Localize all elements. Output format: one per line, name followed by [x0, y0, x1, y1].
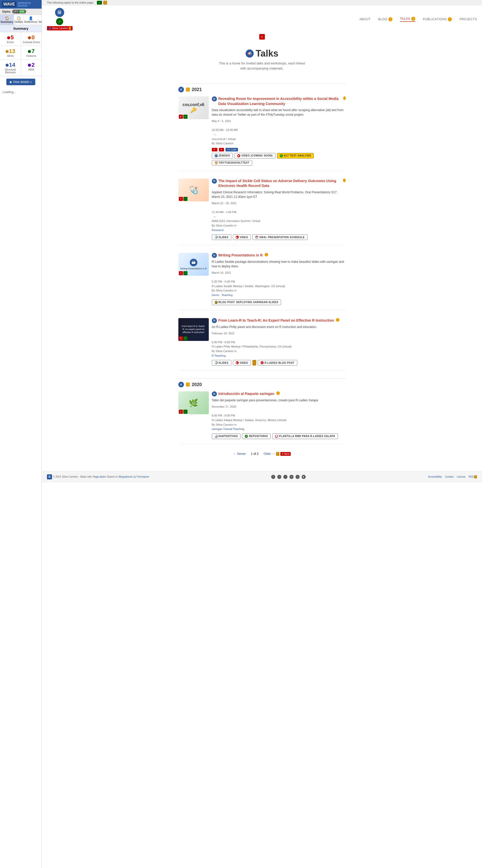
diap-icon: 📊 — [215, 435, 218, 438]
thumbnail-icons-writing: P ✓ — [179, 271, 187, 275]
talk-desc-learnr: An R-Ladies Philly panel and discussion … — [212, 325, 346, 329]
talks-icon: 📢 — [246, 50, 254, 58]
btn-video-csv[interactable]: ▶ VIDEO (COMING SOON) — [234, 153, 275, 158]
btn-alt-text[interactable]: A ALT TEXT ANALYSIS — [277, 153, 314, 158]
talk-venue-writing: R-Ladies Seattle Meetup / Seattle, Washi… — [212, 284, 346, 289]
twitter-icon[interactable]: 𝕏 — [271, 475, 275, 479]
category-link-sickle[interactable]: Research — [212, 228, 224, 231]
linkedin-icon[interactable]: in — [290, 475, 294, 479]
talk-badge-learnr: ! — [336, 318, 339, 322]
older-link[interactable]: Older → — [264, 452, 275, 456]
errors-label: Errors — [2, 41, 19, 43]
talk-info-learnr: H From Learn-R to Teach-R: An Expert Pan… — [212, 318, 346, 366]
footer-rss[interactable]: RSS — [469, 475, 474, 478]
tab-details[interactable]: 📋 Details — [14, 15, 24, 25]
zenodo-icon: Z — [215, 154, 218, 157]
talk-title-csv[interactable]: Revealing Room for Improvement in Access… — [218, 96, 341, 106]
hugo-link[interactable]: Hugo Apéro — [93, 475, 106, 478]
talk-title-sickle[interactable]: The Impact of Sickle Cell Status on Adve… — [218, 179, 341, 188]
formspree-link[interactable]: Formspree — [137, 475, 149, 478]
btn-video-sickle[interactable]: ▶ VIDEO — [233, 235, 251, 240]
wave-logo: WAVE — [2, 2, 16, 7]
talk-card-learnr: From learn-R to Teach-R: An expert panel… — [178, 318, 346, 371]
code-badge: </> Code — [225, 148, 238, 151]
topbar-text: The following apply to the entire page: — [47, 1, 94, 4]
topbar-wave-badges: ✓ ! — [97, 1, 107, 4]
btn-oral-schedule[interactable]: 📅 ORAL PRESENTATION SCHEDULE — [252, 235, 307, 240]
nav-projects[interactable]: PROJECTS — [459, 17, 477, 22]
talk-venue-learnr: R-Ladies Philly Meetup / Philadelphia, P… — [212, 344, 346, 349]
btn-video-learnr[interactable]: ▶ VIDEO — [233, 360, 251, 366]
view-details-button[interactable]: ▶ View details » — [6, 79, 35, 85]
year-2021-text: 2021 — [192, 87, 202, 92]
talk-title-xaringan[interactable]: Introducción al Paquete xaringan — [218, 392, 274, 397]
footer-contact[interactable]: Contact — [445, 475, 454, 478]
category-link-writing-demo[interactable]: Demo — [212, 293, 219, 297]
btn-slides-learnr[interactable]: 📊 SLIDES — [212, 360, 231, 366]
talk-info-writing: H Writing Presentations in R ! R-Ladies … — [212, 253, 346, 305]
talk-title-writing[interactable]: Writing Presentations in R — [218, 253, 263, 258]
errors-stat: 5 Errors — [0, 32, 21, 45]
btn-diapositivas[interactable]: 📊 DIAPOSITIVAS — [212, 433, 241, 439]
btn-rladies-blog[interactable]: R R-LADIES BLOG POST — [258, 360, 297, 366]
talk-desc-sickle: Applied Clinical Research Informatics: S… — [212, 190, 346, 199]
talk-title-row-csv: H Revealing Room for Improvement in Acce… — [212, 96, 346, 106]
page-info: 1 of 2 — [251, 452, 259, 456]
talk-desc-csv: Data visualization accessibility talk to… — [212, 108, 346, 117]
nav-talks[interactable]: TALKS ! — [400, 17, 415, 22]
talk-info-csv: H Revealing Room for Improvement in Acce… — [212, 96, 346, 166]
webaim-link[interactable]: WebAIM — [18, 4, 27, 7]
footer-accessibility[interactable]: Accessibility — [428, 475, 442, 478]
youtube-icon[interactable]: ▶ — [302, 475, 306, 479]
category-link-learnr[interactable]: R Teaching — [212, 354, 226, 357]
talk-meta-csv: May 4 - 5, 2021 10:20 AM - 10:40 AM — cs… — [212, 119, 346, 146]
category-link-writing-teaching[interactable]: Teaching — [221, 293, 233, 297]
thumbnail-icons-learnr: P ✓ — [179, 336, 187, 340]
nav-publications[interactable]: PUBLICATIONS ! — [423, 17, 452, 22]
tab-summary[interactable]: 🏠 Summary — [0, 15, 14, 25]
older-error-badge: ✕ Next — [280, 452, 291, 456]
talk-card-csv: csv,conf,v6 🔑 P ✓ H Revealing Room for I… — [178, 96, 346, 171]
blogophonic-link[interactable]: Blogophonic — [119, 475, 133, 478]
btn-repositorio[interactable]: 🗂 REPOSITORIO — [242, 433, 271, 439]
btn-plantilla[interactable]: 📄 PLANTILLA RMD PARA R-LADIES XALAPA — [272, 433, 338, 439]
tab-reference[interactable]: 👤 Reference — [24, 15, 38, 25]
check-icon-5: ✓ — [183, 410, 187, 414]
github-icon[interactable]: ⌥ — [277, 475, 281, 479]
btn-zenodo[interactable]: Z ZENODO — [212, 153, 233, 158]
rss-badge: ! — [474, 475, 477, 478]
btn-tidy[interactable]: 📅 TIDYTUESDAYALTTEXT — [212, 160, 252, 166]
talk-title-learnr[interactable]: From Learn-R to Teach-R: An Expert Panel… — [218, 318, 334, 323]
newer-link[interactable]: ← Newer — [233, 452, 246, 456]
video-icon-learnr: ▶ — [236, 361, 239, 364]
repo-icon: 🗂 — [245, 435, 248, 438]
btn-blog-writing[interactable]: ✏ BLOG POST: DEPLOYING XARINGAN SLIDES — [212, 300, 281, 305]
orcid-icon[interactable]: ○ — [283, 475, 288, 479]
site-footer: 🏛 © 2021 Silvia Canelon · Made with Hugo… — [42, 471, 482, 483]
talk-thumbnail-xaringan: 🌿 P ✓ — [178, 392, 209, 414]
pdf-icon-1: P — [179, 115, 183, 119]
tab-structure[interactable]: 🏗 Structure — [38, 15, 42, 25]
styles-label: Styles: — [2, 10, 11, 13]
pdf-icon-3: P — [179, 271, 183, 275]
nav-about[interactable]: ABOUT — [359, 17, 371, 22]
author-badge: 👤Silvia Canelon! — [47, 26, 72, 30]
nav-blog[interactable]: BLOG ! — [378, 17, 392, 22]
main-content: The following apply to the entire page: … — [42, 0, 482, 868]
styles-toggle[interactable]: OFF ON — [12, 10, 26, 13]
talk-by-xaringan: By Silvia Canelon in xaringan Tutorial T… — [212, 423, 346, 431]
category-link-xaringan[interactable]: xaringan Tutorial Teaching — [212, 427, 244, 430]
aria-count: 2 — [23, 62, 40, 68]
footer-license[interactable]: License — [457, 475, 465, 478]
talk-meta-xaringan: December 17, 2020 6:00 PM - 8:00 PM R-La… — [212, 405, 346, 431]
instagram-icon[interactable]: ◻ — [296, 475, 300, 479]
year-2021-badge: H — [178, 87, 184, 92]
pub-badge: ! — [448, 17, 452, 21]
loading-text: Loading... — [0, 88, 41, 96]
h1-badge-xaringan: H — [212, 392, 217, 397]
talk-desc-writing: R-Ladies Seattle package demonstrations … — [212, 259, 346, 269]
wave-header: WAVE powered by WebAIM — [0, 0, 41, 9]
check-icon-4: ✓ — [183, 336, 187, 340]
btn-slides-sickle[interactable]: 📊 SLIDES — [212, 235, 231, 240]
thumbnail-text-learnr: From learn-R to Teach-R: An expert panel… — [180, 324, 207, 335]
